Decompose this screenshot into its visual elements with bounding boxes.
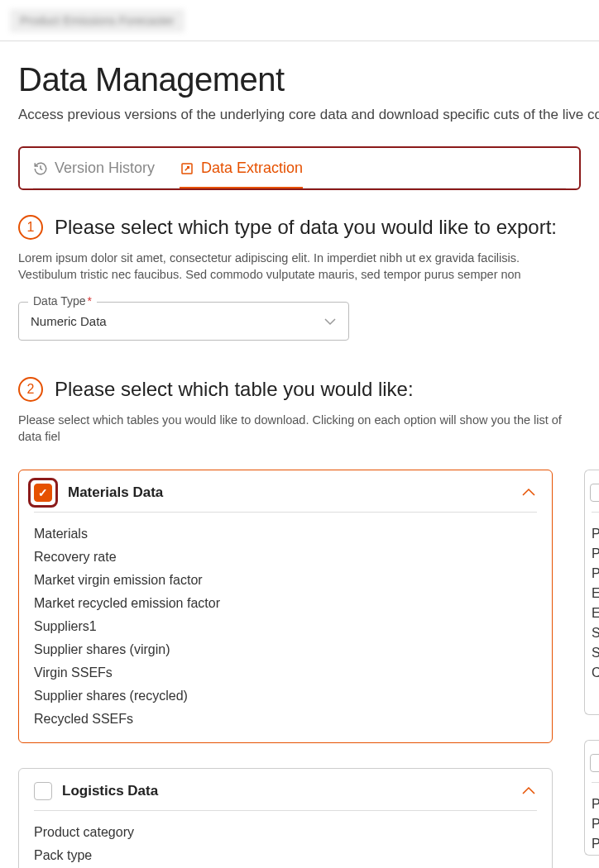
cards-left-col: Materials Data MaterialsRecovery rateMar… (18, 470, 553, 868)
checkbox-highlight (28, 478, 58, 508)
list-item: S (592, 623, 599, 643)
field-list: Product categoryPack typePack size (34, 823, 537, 868)
page-title: Data Management (18, 61, 581, 98)
list-item: E (592, 603, 599, 623)
checkbox-side1[interactable] (590, 484, 599, 502)
chevron-down-icon (323, 314, 337, 328)
card-logistics: Logistics Data Product categoryPack type… (18, 768, 553, 868)
card-side-1: PPPEESSC (584, 470, 599, 715)
list-item: P (592, 564, 599, 584)
step-2-header: 2 Please select which table you would li… (18, 377, 581, 402)
app-title: Product Emissions Forecaster (10, 9, 184, 32)
card-title: Logistics Data (62, 783, 510, 799)
list-item: Recovery rate (34, 547, 537, 567)
field-label: Data Type* (28, 294, 97, 308)
tab-label: Data Extraction (201, 160, 303, 177)
field-list: MaterialsRecovery rateMarket virgin emis… (34, 524, 537, 729)
card-side-2: PPP (584, 740, 599, 856)
data-type-select[interactable]: Numeric Data (18, 302, 349, 341)
list-item: Pack type (34, 846, 537, 866)
step-number: 1 (18, 215, 43, 240)
list-item: P (592, 834, 599, 854)
data-type-field: Data Type* Numeric Data (18, 302, 349, 341)
tab-data-extraction[interactable]: Data Extraction (180, 156, 303, 188)
card-header: Materials Data (34, 484, 537, 513)
step-1-header: 1 Please select which type of data you w… (18, 215, 581, 240)
top-bar: Product Emissions Forecaster (0, 0, 599, 41)
extract-icon (180, 161, 194, 176)
checkbox-side2[interactable] (590, 754, 599, 772)
card-header (592, 754, 599, 783)
list-item: P (592, 794, 599, 814)
list-item: P (592, 524, 599, 544)
cards-row: Materials Data MaterialsRecovery rateMar… (18, 470, 581, 868)
step-title: Please select which table you would like… (55, 378, 414, 401)
cards-right-col: PPPEESSC PPP (584, 470, 599, 868)
select-value: Numeric Data (31, 314, 107, 328)
card-title: Materials Data (68, 484, 510, 501)
checkbox-logistics[interactable] (34, 782, 52, 800)
list-item: Market virgin emission factor (34, 570, 537, 590)
chevron-up-icon[interactable] (520, 484, 537, 502)
list-item: C (592, 663, 599, 683)
card-materials: Materials Data MaterialsRecovery rateMar… (18, 470, 553, 743)
field-list: PPP (592, 794, 599, 854)
tabs: Version History Data Extraction (33, 156, 566, 188)
step-2-desc: Please select which tables you would lik… (18, 412, 581, 446)
list-item: Supplier shares (virgin) (34, 640, 537, 660)
card-header (592, 484, 599, 513)
field-list: PPPEESSC (592, 524, 599, 683)
list-item: Materials (34, 524, 537, 544)
list-item: P (592, 814, 599, 834)
chevron-up-icon[interactable] (520, 783, 537, 800)
tab-version-history[interactable]: Version History (33, 156, 155, 188)
list-item: Virgin SSEFs (34, 663, 537, 683)
step-number: 2 (18, 377, 43, 402)
list-item: P (592, 544, 599, 564)
step-1-desc: Lorem ipsum dolor sit amet, consectetur … (18, 250, 581, 284)
list-item: S (592, 643, 599, 663)
tab-label: Version History (55, 160, 155, 177)
step-title: Please select which type of data you wou… (55, 216, 557, 239)
card-header: Logistics Data (34, 782, 537, 811)
history-icon (33, 161, 48, 176)
tabs-container: Version History Data Extraction (18, 146, 581, 190)
required-asterisk: * (88, 294, 92, 308)
list-item: Supplier shares (recycled) (34, 686, 537, 706)
list-item: Suppliers1 (34, 617, 537, 637)
list-item: Market recycled emission factor (34, 594, 537, 613)
list-item: Product category (34, 823, 537, 842)
list-item: Recycled SSEFs (34, 709, 537, 729)
checkbox-materials[interactable] (34, 484, 52, 502)
list-item: E (592, 584, 599, 603)
page-subtitle: Access previous versions of the underlyi… (18, 107, 581, 123)
